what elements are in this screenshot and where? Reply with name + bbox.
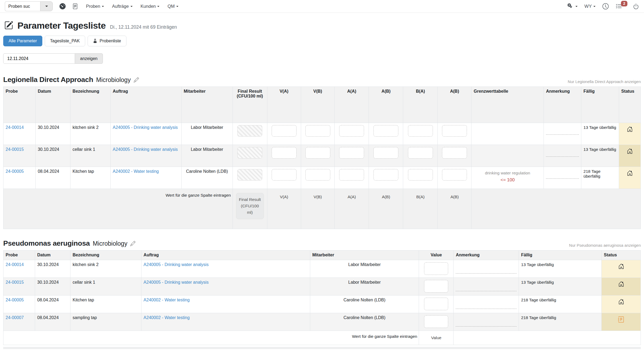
limit-value: <= 100 [474,177,541,183]
replicate-value-input[interactable] [305,147,330,159]
cell-final-result [233,145,267,167]
auftrag-link[interactable]: A240002 - Water testing [144,315,190,320]
cell-anmerkung [454,295,519,313]
user-menu[interactable]: WY [585,4,596,9]
replicate-value-input[interactable] [339,125,364,137]
cell-final-result [233,123,267,145]
filter-tagesliste-pak-button[interactable]: Tagesliste_PAK [45,36,85,46]
bulk-empty-cell [454,331,641,345]
search-input[interactable] [5,1,40,11]
col-ba: B(A) [403,87,438,123]
dashboard-gauge-icon[interactable] [59,3,66,10]
bulk-column-input[interactable]: Value [419,331,454,345]
cell-mitarbeiter: Caroline Nolten (LDB) [310,313,419,331]
replicate-value-input[interactable] [272,169,297,181]
replicate-value-input[interactable] [408,169,433,181]
replicate-value-input[interactable] [305,169,330,181]
replicate-value-input[interactable] [408,147,433,159]
replicate-value-input[interactable] [339,147,364,159]
filter-only-pseudomonas-link[interactable]: Nur Pseudomonas aeruginosa anzeigen [569,243,641,248]
auftrag-link[interactable]: A240002 - Water testing [113,169,159,174]
replicate-value-input[interactable] [373,125,398,137]
replicate-value-input[interactable] [272,125,297,137]
bulk-column-input[interactable]: A(B) [438,189,471,229]
power-icon[interactable] [633,3,639,10]
chevron-down-icon [157,6,159,7]
anmerkung-field[interactable] [546,125,579,135]
cell-grenzwerttabelle [471,123,544,145]
replicate-value-input[interactable] [272,147,297,159]
filter-alle-parameter-button[interactable]: Alle Parameter [3,36,42,46]
date-input[interactable] [3,53,75,64]
pseudomonas-header-row: Probe Datum Bezeichnung Auftrag Mitarbei… [3,250,641,260]
probe-link[interactable]: 24-00014 [6,125,24,130]
probe-link[interactable]: 24-00005 [6,169,24,174]
show-button[interactable]: anzeigen [75,53,103,64]
anmerkung-field[interactable] [456,280,516,291]
cell-replicate-value [335,145,369,167]
bulk-column-input[interactable]: B(A) [403,189,438,229]
menu-auftraege[interactable]: Aufträge [112,4,132,9]
cell-auftrag: A240002 - Water testing [141,313,310,331]
bulk-final-result-input[interactable]: Final Result (CFU/100 ml) [236,193,264,219]
anmerkung-field[interactable] [456,262,516,274]
edit-pencil-icon[interactable] [130,241,136,247]
cell-anmerkung [544,145,581,167]
auftrag-link[interactable]: A240005 - Drinking water analysis [144,262,209,267]
replicate-value-input[interactable] [339,169,364,181]
probe-link[interactable]: 24-00015 [6,280,24,285]
probe-link[interactable]: 24-00015 [6,147,24,152]
col-anmerkung: Anmerkung [544,87,581,123]
bulk-column-input[interactable]: A(B) [369,189,403,229]
anmerkung-field[interactable] [456,298,516,309]
auftrag-link[interactable]: A240002 - Water testing [144,298,190,302]
auftrag-link[interactable]: A240005 - Drinking water analysis [144,280,209,285]
cell-bezeichnung: kitchen sink 2 [70,260,141,278]
chevron-down-icon [102,6,104,7]
menu-kunden[interactable]: Kunden [141,4,160,9]
clock-icon[interactable] [602,3,609,9]
cell-mitarbeiter: Labor Mitarbeiter [310,278,419,295]
bulk-column-input[interactable]: V(B) [301,189,335,229]
cell-status [602,260,641,278]
edit-pencil-icon[interactable] [134,77,139,84]
search-dropdown-button[interactable] [40,1,53,11]
col-faellig: Fällig [581,87,619,123]
auftrag-link[interactable]: A240005 - Drinking water analysis [113,147,178,152]
value-input[interactable] [424,315,448,328]
filter-only-legionella-link[interactable]: Nur Legionella Direct Approach anzeigen [568,79,641,84]
bulk-column-input[interactable]: V(A) [267,189,301,229]
value-input[interactable] [424,280,448,293]
replicate-value-input[interactable] [442,169,467,181]
anmerkung-field[interactable] [546,147,579,157]
task-list-icon[interactable]: 2 [616,3,622,10]
probe-link[interactable]: 24-00014 [6,262,24,267]
replicate-value-input[interactable] [373,147,398,159]
bulk-column-input[interactable]: A(A) [335,189,369,229]
replicate-value-input[interactable] [305,125,330,137]
cell-replicate-value [335,123,369,145]
menu-proben[interactable]: Proben [86,4,104,9]
menu-qm[interactable]: QM [167,4,178,9]
auftrag-link[interactable]: A240005 - Drinking water analysis [113,125,178,130]
filter-probenliste-button[interactable]: Probenliste [88,36,126,46]
replicate-value-input[interactable] [408,125,433,137]
anmerkung-field[interactable] [546,169,579,179]
anmerkung-field[interactable] [456,315,516,327]
cell-replicate-value [301,123,335,145]
probe-link[interactable]: 24-00005 [6,298,24,302]
cell-probe: 24-00005 [3,295,35,313]
value-input[interactable] [424,262,448,275]
replicate-value-input[interactable] [373,169,398,181]
table-row: 24-0001530.10.2024cellar sink 1A240005 -… [3,145,641,167]
flask-icon [93,39,97,43]
navbar: Proben Aufträge Kunden QM WY 2 [0,0,644,13]
value-input[interactable] [424,298,448,310]
document-icon[interactable] [72,3,78,9]
cell-mitarbeiter: Labor Mitarbeiter [181,145,233,167]
probe-link[interactable]: 24-00007 [6,315,24,320]
replicate-value-input[interactable] [442,125,467,137]
replicate-value-input[interactable] [442,147,467,159]
settings-gears-icon[interactable] [567,3,578,10]
home-icon [627,170,633,176]
